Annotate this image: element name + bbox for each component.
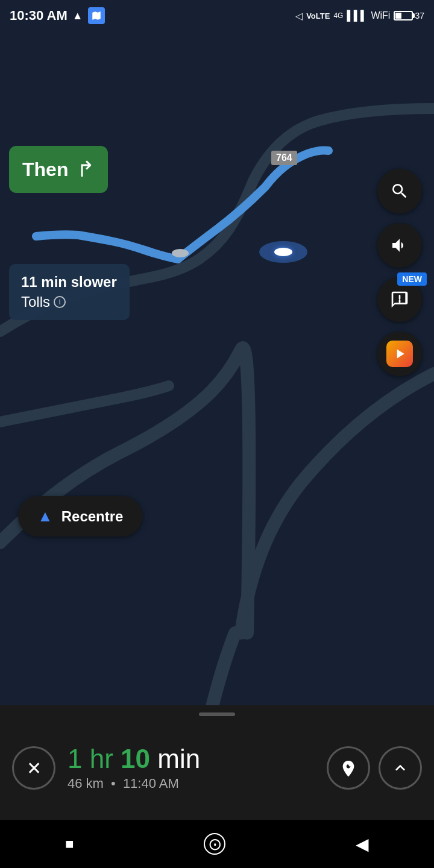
battery-icon [394,11,413,20]
wifi-icon: WiFi [371,10,390,21]
home-button[interactable]: ⊙ [204,833,225,855]
battery-percent: 37 [415,11,424,20]
road-label: 764 [271,151,297,165]
feedback-icon [390,290,409,309]
bottom-sheet: ✕ 1 hr 10 min 46 km • 11:40 AM [0,705,434,820]
tolls-slower-text: 11 min slower [21,274,118,291]
eta-separator: • [111,776,116,791]
status-time: 10:30 AM [10,8,68,24]
svg-point-0 [399,301,401,303]
map-controls: NEW [377,169,422,376]
battery-indicator: 37 [394,11,424,20]
route-actions [327,746,422,790]
back-button[interactable]: ◀ [356,834,369,854]
maps-app-icon [88,7,105,24]
location-dot-inner [274,248,292,256]
then-card: Then ↱ [9,146,108,193]
stop-button[interactable]: ■ [65,835,74,852]
new-badge: NEW [397,272,427,286]
search-button[interactable] [377,169,422,213]
audio-button[interactable] [377,223,422,268]
eta-time: 1 hr 10 min [68,744,315,773]
location-dot [259,241,307,263]
eta-suffix: min [150,744,200,773]
nav-bar: ■ ⊙ ◀ [0,820,434,868]
signal-bars-icon: ▌▌▌ [347,10,367,21]
recentre-label: Recentre [61,508,124,525]
then-label: Then [22,159,68,181]
search-icon [390,181,409,201]
close-icon: ✕ [27,758,42,779]
eta-hours: 1 hr [68,744,121,773]
recentre-arrow-icon: ▲ [37,507,53,526]
routes-button[interactable] [327,746,370,790]
status-right: ◁ VoLTE 4G ▌▌▌ WiFi 37 [295,10,424,22]
tolls-card[interactable]: 11 min slower Tolls i [9,264,130,320]
expand-button[interactable] [379,746,422,790]
courier-button[interactable] [377,332,422,376]
tolls-info-icon[interactable]: i [54,296,66,308]
route-pin [172,249,189,257]
status-left: 10:30 AM ▲ [10,7,105,24]
navigation-arrow-icon: ▲ [72,10,83,22]
volte-icon: VoLTE [306,11,330,20]
tolls-label: Tolls i [21,294,118,310]
eta-arrival: 11:40 AM [123,776,179,791]
expand-icon [391,758,410,778]
eta-details: 46 km • 11:40 AM [68,776,315,791]
signal-4g-icon: 4G [333,11,343,20]
close-button[interactable]: ✕ [12,746,55,790]
location-icon: ◁ [295,10,303,22]
eta-section: 1 hr 10 min 46 km • 11:40 AM [68,744,315,791]
eta-distance: 46 km [68,776,104,791]
status-bar: 10:30 AM ▲ ◁ VoLTE 4G ▌▌▌ WiFi 37 [0,0,434,31]
sheet-content: ✕ 1 hr 10 min 46 km • 11:40 AM [0,716,434,820]
courier-icon [386,341,413,367]
eta-mins: 10 [121,744,150,773]
audio-icon [390,236,409,255]
play-icon [392,346,407,362]
recentre-button[interactable]: ▲ Recentre [18,496,142,536]
routes-icon [339,758,358,778]
feedback-button[interactable]: NEW [377,277,422,322]
turn-arrow-icon: ↱ [77,157,95,182]
map-area: 764 Then ↱ 11 min slower Tolls i [0,0,434,711]
